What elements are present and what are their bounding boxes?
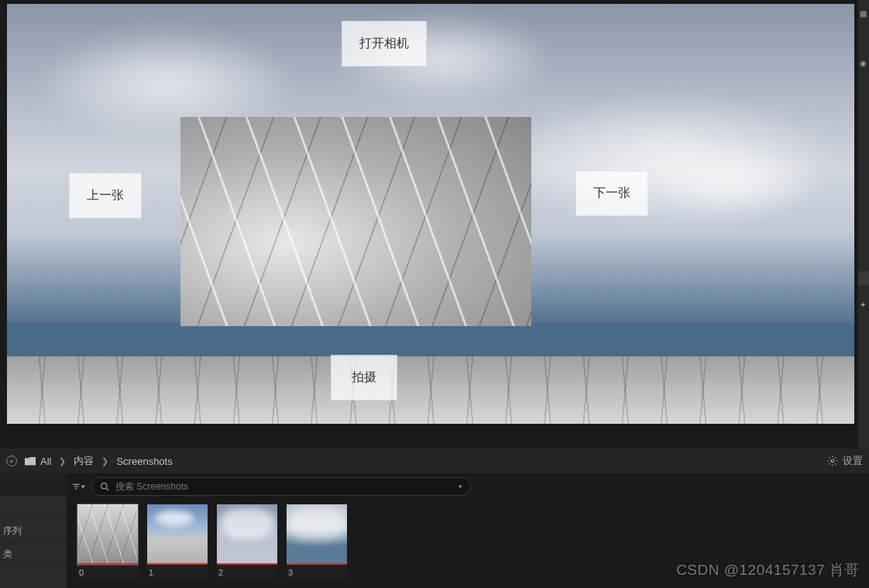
- filter-bar: ▾ ▾: [67, 473, 869, 500]
- svg-line-5: [106, 488, 108, 490]
- search-box[interactable]: ▾: [91, 477, 471, 496]
- viewport-3d[interactable]: 打开相机 上一张 下一张 拍摄: [7, 4, 854, 424]
- thumbnail-label: 0: [77, 565, 138, 580]
- chevron-right-icon: ❯: [59, 456, 66, 466]
- breadcrumb-content[interactable]: 内容: [70, 454, 97, 468]
- breadcrumb-all[interactable]: All: [22, 456, 54, 467]
- search-icon: [100, 482, 109, 491]
- eye-icon[interactable]: ◉: [860, 59, 867, 67]
- thumbnail-item[interactable]: 1: [147, 504, 208, 580]
- cloud-decoration: [50, 36, 282, 129]
- watermark-text: CSDN @1204157137 肖哥: [676, 560, 860, 580]
- thumbnail-item[interactable]: 2: [217, 504, 277, 580]
- add-icon[interactable]: +: [6, 456, 17, 466]
- folder-tree[interactable]: 序列 类: [0, 473, 67, 588]
- tree-row-class[interactable]: 类: [0, 543, 67, 566]
- thumbnail-image: [217, 504, 277, 565]
- thumbnail-image: [147, 504, 208, 565]
- next-button[interactable]: 下一张: [575, 170, 648, 216]
- tree-row[interactable]: [0, 566, 67, 588]
- tool-icon[interactable]: ✦: [860, 301, 867, 308]
- search-input[interactable]: [115, 481, 452, 492]
- panel-section: [858, 271, 869, 285]
- filter-icon: [73, 482, 80, 491]
- thumbnail-item[interactable]: 3: [287, 504, 347, 580]
- checker-floor: [7, 356, 854, 424]
- breadcrumb-screenshots[interactable]: Screenshots: [113, 456, 175, 467]
- breadcrumb-label: Screenshots: [116, 456, 172, 467]
- breadcrumb-bar: + All ❯ 内容 ❯ Screenshots 设置: [0, 449, 869, 473]
- svg-point-0: [831, 459, 834, 462]
- filter-button[interactable]: ▾: [73, 480, 85, 493]
- previous-button[interactable]: 上一张: [69, 173, 142, 218]
- thumbnail-item[interactable]: 0: [77, 504, 138, 580]
- thumbnail-image: [77, 504, 138, 565]
- tree-row-sequence[interactable]: 序列: [0, 520, 67, 542]
- svg-point-4: [101, 483, 108, 490]
- open-camera-button[interactable]: 打开相机: [342, 21, 427, 67]
- settings-button[interactable]: 设置: [827, 454, 863, 468]
- folder-icon: [25, 457, 36, 466]
- panel-icon[interactable]: ▦: [860, 9, 867, 17]
- chevron-down-icon: ▾: [81, 483, 85, 490]
- screenshot-preview: [180, 117, 531, 326]
- capture-button[interactable]: 拍摄: [331, 355, 397, 401]
- cloud-decoration: [657, 151, 812, 213]
- water-horizon: [7, 323, 854, 361]
- settings-label: 设置: [843, 454, 863, 468]
- tree-row[interactable]: [0, 473, 67, 496]
- chevron-right-icon: ❯: [101, 456, 108, 466]
- preview-floor-image: [180, 117, 531, 326]
- thumbnail-label: 2: [217, 565, 277, 580]
- thumbnail-label: 1: [147, 565, 208, 580]
- thumbnail-label: 3: [287, 565, 347, 580]
- gear-icon: [827, 456, 838, 466]
- tree-row[interactable]: [0, 497, 67, 519]
- chevron-down-icon[interactable]: ▾: [459, 483, 462, 490]
- breadcrumb-label: All: [40, 456, 51, 467]
- thumbnail-image: [287, 504, 347, 565]
- breadcrumb-label: 内容: [74, 454, 94, 468]
